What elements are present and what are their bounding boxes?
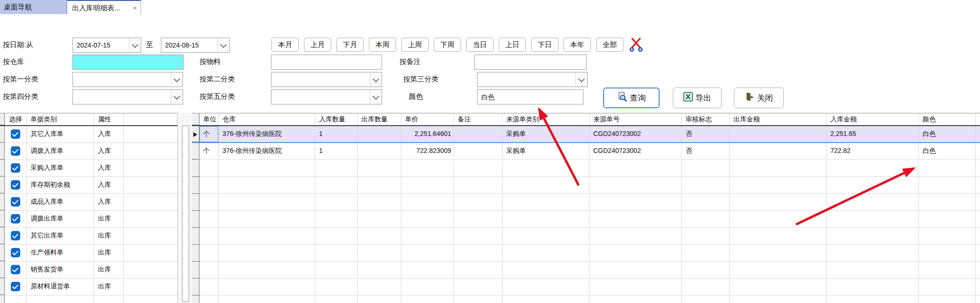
price-cell[interactable]: 722.823009: [401, 143, 454, 159]
date-from-dropdown-button[interactable]: [129, 38, 141, 52]
close-tab-icon[interactable]: ×: [133, 1, 137, 15]
warehouse-cell[interactable]: 376-徐州传染病医院: [219, 143, 315, 159]
doc-type-cell[interactable]: 生产领料单: [27, 245, 94, 261]
scissors-icon[interactable]: [629, 36, 644, 54]
audit-flag-cell[interactable]: 否: [682, 126, 730, 142]
category5-dropdown[interactable]: [271, 89, 382, 104]
color-filter-input[interactable]: 白色: [477, 89, 583, 104]
doc-type-cell[interactable]: 其它出库单: [27, 228, 94, 244]
date-from-combo[interactable]: 2024-07-15: [72, 38, 141, 53]
in-qty-cell[interactable]: 1: [315, 143, 358, 159]
doc-type-cell[interactable]: 库存期初余额: [27, 177, 94, 193]
source-no-cell[interactable]: CGD240723002: [590, 143, 682, 159]
checkbox-cell[interactable]: [5, 262, 27, 278]
doc-type-cell[interactable]: 成品入库单: [27, 194, 94, 210]
checkbox-cell[interactable]: [5, 228, 27, 244]
remark-cell[interactable]: [454, 126, 502, 142]
source-no-cell[interactable]: CGD240723002: [590, 126, 682, 142]
attr-cell[interactable]: 入库: [94, 126, 124, 143]
table-row[interactable]: 生产领料单 出库: [0, 245, 177, 262]
checkbox-cell[interactable]: [5, 194, 27, 210]
source-type-cell[interactable]: 采购单: [502, 143, 590, 159]
export-button[interactable]: 导出: [673, 88, 722, 108]
attr-cell[interactable]: 出库: [94, 211, 124, 227]
attr-cell[interactable]: 入库: [94, 143, 124, 159]
table-row[interactable]: 其它出库单 出库: [0, 228, 177, 245]
quick-range-next-month[interactable]: 下月: [336, 38, 364, 52]
in-qty-cell[interactable]: 1: [315, 126, 358, 142]
close-button[interactable]: 关闭: [734, 88, 784, 108]
attr-cell[interactable]: 出库: [94, 262, 124, 278]
tab-inout-detail[interactable]: 出入库明细表... ×: [67, 0, 141, 14]
checkbox-cell[interactable]: [5, 143, 27, 159]
quick-range-yesterday[interactable]: 上日: [499, 38, 526, 52]
attr-cell[interactable]: 出库: [94, 279, 124, 295]
table-row[interactable]: 其它入库单 入库: [0, 126, 177, 143]
doc-type-cell[interactable]: 其它入库单: [27, 126, 94, 143]
category3-dropdown-button[interactable]: [575, 72, 587, 87]
vertical-scrollbar-thumb[interactable]: [182, 126, 189, 302]
checkbox-checked-icon[interactable]: [11, 129, 20, 139]
in-amount-cell[interactable]: 2,251.65: [827, 126, 919, 142]
in-amount-cell[interactable]: 722.82: [827, 143, 919, 159]
warehouse-cell[interactable]: 376-徐州传染病医院: [219, 126, 315, 142]
material-filter-input[interactable]: [271, 55, 382, 70]
category1-dropdown[interactable]: [72, 72, 183, 87]
unit-cell[interactable]: 个: [199, 143, 219, 159]
table-row[interactable]: 调拨出库单 出库: [0, 211, 177, 228]
checkbox-checked-icon[interactable]: [11, 180, 20, 190]
checkbox-checked-icon[interactable]: [11, 231, 20, 240]
category4-dropdown[interactable]: [72, 89, 183, 104]
source-type-cell[interactable]: 采购单: [502, 126, 590, 142]
quick-range-last-week[interactable]: 上周: [401, 38, 429, 52]
checkbox-checked-icon[interactable]: [11, 146, 20, 156]
category4-dropdown-button[interactable]: [171, 90, 183, 104]
checkbox-checked-icon[interactable]: [11, 265, 20, 274]
quick-range-this-week[interactable]: 本周: [369, 38, 396, 52]
price-cell[interactable]: 2,251.64601: [401, 126, 454, 142]
table-row[interactable]: 销售发货单 出库: [0, 262, 177, 279]
unit-cell[interactable]: 个: [199, 126, 219, 142]
checkbox-cell[interactable]: [5, 211, 27, 227]
out-amount-cell[interactable]: [730, 126, 827, 142]
date-to-dropdown-button[interactable]: [217, 38, 229, 52]
checkbox-checked-icon[interactable]: [11, 197, 20, 207]
category2-dropdown[interactable]: [271, 72, 382, 87]
tab-desktop-nav[interactable]: 桌面导航: [0, 0, 67, 14]
doc-type-cell[interactable]: 调拨入库单: [27, 143, 94, 159]
quick-range-tomorrow[interactable]: 下日: [531, 38, 558, 52]
vertical-scrollbar[interactable]: [178, 113, 192, 303]
table-row[interactable]: 采购入库单 入库: [0, 160, 177, 177]
checkbox-checked-icon[interactable]: [11, 163, 20, 173]
checkbox-cell[interactable]: [5, 279, 27, 295]
attr-cell[interactable]: 入库: [94, 177, 124, 193]
attr-cell[interactable]: 入库: [94, 194, 124, 210]
quick-range-all[interactable]: 全部: [596, 38, 623, 52]
out-qty-cell[interactable]: [358, 143, 401, 159]
attr-cell[interactable]: 出库: [94, 228, 124, 244]
quick-range-this-month[interactable]: 本月: [271, 38, 299, 52]
doc-type-cell[interactable]: 原材料退货单: [27, 279, 94, 295]
category2-dropdown-button[interactable]: [370, 72, 382, 87]
out-amount-cell[interactable]: [730, 143, 827, 159]
table-row[interactable]: 个 376-徐州传染病医院 1 722.823009 采购单 CGD240723…: [192, 143, 980, 160]
query-button[interactable]: 查询: [603, 88, 660, 108]
table-row[interactable]: 原材料退货单 出库: [0, 279, 177, 295]
category3-dropdown[interactable]: [477, 72, 588, 87]
checkbox-checked-icon[interactable]: [11, 214, 20, 223]
doc-type-cell[interactable]: 销售发货单: [27, 262, 94, 278]
audit-flag-cell[interactable]: 否: [682, 143, 730, 159]
quick-range-this-year[interactable]: 本年: [564, 38, 591, 52]
out-qty-cell[interactable]: [358, 126, 401, 142]
date-to-combo[interactable]: 2024-08-15: [161, 38, 230, 53]
attr-cell[interactable]: 出库: [94, 245, 124, 261]
quick-range-last-month[interactable]: 上月: [304, 38, 331, 52]
category1-dropdown-button[interactable]: [171, 72, 183, 87]
checkbox-cell[interactable]: [5, 245, 27, 261]
table-row[interactable]: 调拨入库单 入库: [0, 143, 177, 160]
quick-range-next-week[interactable]: 下周: [434, 38, 461, 52]
table-row[interactable]: 成品入库单 入库: [0, 194, 177, 211]
color-cell[interactable]: 白色: [919, 126, 976, 142]
table-row-selected[interactable]: 个 376-徐州传染病医院 1 2,251.64601 采购单 CGD24072…: [192, 126, 980, 143]
remark-filter-input[interactable]: [474, 55, 587, 70]
